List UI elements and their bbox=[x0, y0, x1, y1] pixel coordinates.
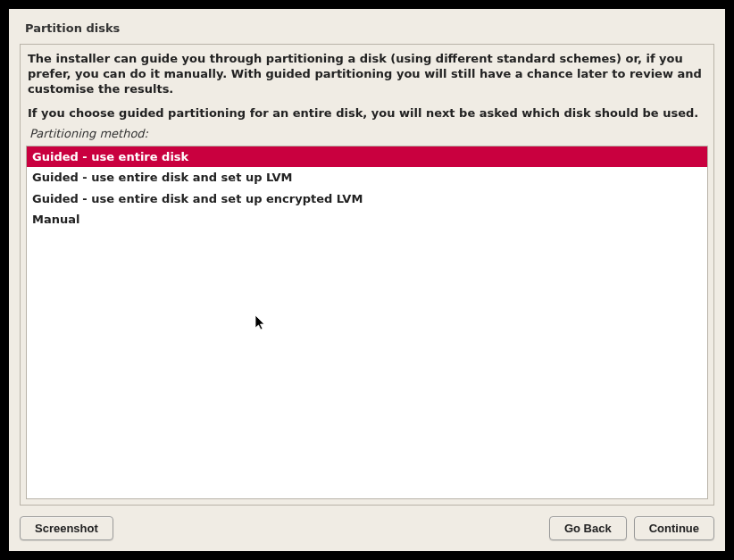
page-title: Partition disks bbox=[20, 18, 714, 44]
intro-paragraph-1: The installer can guide you through part… bbox=[26, 50, 708, 103]
content-frame: The installer can guide you through part… bbox=[20, 44, 714, 506]
options-list: Guided - use entire disk Guided - use en… bbox=[26, 146, 708, 499]
prompt-label: Partitioning method: bbox=[26, 125, 708, 146]
go-back-button[interactable]: Go Back bbox=[549, 516, 627, 540]
option-manual[interactable]: Manual bbox=[27, 209, 707, 230]
intro-paragraph-2: If you choose guided partitioning for an… bbox=[26, 103, 708, 125]
option-guided-entire-disk[interactable]: Guided - use entire disk bbox=[27, 146, 707, 168]
screenshot-button[interactable]: Screenshot bbox=[20, 516, 113, 540]
button-row: Screenshot Go Back Continue bbox=[20, 516, 714, 540]
option-guided-entire-disk-encrypted-lvm[interactable]: Guided - use entire disk and set up encr… bbox=[27, 188, 707, 210]
spacer bbox=[121, 516, 542, 540]
continue-button[interactable]: Continue bbox=[634, 516, 714, 540]
option-guided-entire-disk-lvm[interactable]: Guided - use entire disk and set up LVM bbox=[27, 167, 707, 188]
installer-window: Partition disks The installer can guide … bbox=[9, 9, 725, 551]
